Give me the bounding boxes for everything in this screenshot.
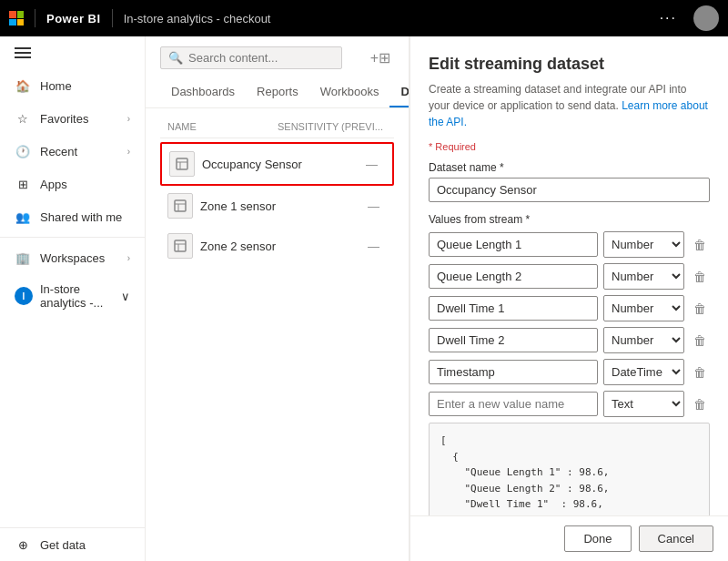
sidebar-item-recent[interactable]: 🕐 Recent › (0, 135, 145, 168)
sidebar-item-instore[interactable]: I In-store analytics -... ∨ (0, 274, 145, 318)
type-select-3[interactable]: NumberTextDateTime (603, 327, 684, 353)
sidebar-label-apps: Apps (40, 178, 67, 191)
sidebar-item-home[interactable]: 🏠 Home (0, 69, 145, 102)
sidebar-label-recent: Recent (40, 145, 77, 158)
value-input-2[interactable] (429, 296, 598, 321)
home-icon: 🏠 (15, 77, 31, 94)
search-icon: 🔍 (168, 51, 183, 65)
workspaces-icon: 🏢 (15, 250, 31, 266)
tabs-bar: Dashboards Reports Workbooks Datasets Da… (146, 70, 409, 108)
dataset-dash-1: — (368, 199, 379, 213)
column-headers: NAME SENSITIVITY (PREVI... (160, 116, 394, 138)
sidebar: 🏠 Home ☆ Favorites › 🕐 Recent › ⊞ Apps 👥… (0, 36, 146, 561)
delete-btn-new[interactable]: 🗑 (690, 395, 710, 413)
sidebar-toggle-button[interactable] (0, 36, 145, 69)
dataset-dash-2: — (368, 240, 379, 253)
ms-squares (9, 11, 24, 26)
dataset-dash-0: — (366, 158, 378, 171)
delete-btn-1[interactable]: 🗑 (690, 268, 710, 286)
sidebar-label-getdata: Get data (40, 538, 86, 552)
col-header-sensitivity: SENSITIVITY (PREVI... (278, 121, 387, 132)
dataset-icon-zone1 (167, 193, 193, 219)
value-input-4[interactable] (429, 360, 598, 384)
topbar-title: In-store analytics - checkout (124, 12, 271, 26)
delete-btn-4[interactable]: 🗑 (690, 363, 710, 382)
more-options-button[interactable]: ··· (660, 10, 677, 26)
sidebar-item-favorites[interactable]: ☆ Favorites › (0, 102, 145, 135)
required-note: * Required (429, 141, 710, 152)
sidebar-label-home: Home (40, 79, 72, 93)
panel-description: Create a streaming dataset and integrate… (429, 81, 710, 130)
dataset-row-zone2[interactable]: Zone 2 sensor — (160, 226, 394, 266)
brand-label: Power BI (46, 12, 101, 26)
tab-reports[interactable]: Reports (246, 77, 309, 107)
favorites-icon: ☆ (15, 110, 31, 127)
sidebar-item-workspaces[interactable]: 🏢 Workspaces › (0, 241, 145, 274)
main-layout: 🏠 Home ☆ Favorites › 🕐 Recent › ⊞ Apps 👥… (0, 36, 728, 561)
add-button[interactable]: +⊞ (367, 46, 394, 70)
sidebar-label-favorites: Favorites (40, 112, 88, 126)
search-bar[interactable]: 🔍 (160, 46, 342, 69)
topbar: Power BI In-store analytics - checkout ·… (0, 0, 728, 36)
workspace-avatar: I (15, 287, 33, 305)
type-select-new[interactable]: TextNumberDateTime (603, 391, 684, 417)
getdata-icon: ⊕ (15, 536, 31, 553)
sidebar-item-apps[interactable]: ⊞ Apps (0, 168, 145, 200)
dataset-icon-occupancy (169, 151, 195, 177)
tab-dashboards[interactable]: Dashboards (160, 77, 246, 107)
chevron-right-icon: › (127, 114, 130, 124)
tab-datasets[interactable]: Datasets (389, 77, 410, 107)
topbar-divider2 (112, 9, 113, 27)
sidebar-item-shared[interactable]: 👥 Shared with me (0, 200, 145, 233)
value-input-new[interactable] (429, 392, 598, 416)
workspace-label: In-store analytics -... (40, 282, 114, 310)
sidebar-label-shared: Shared with me (40, 210, 122, 224)
sidebar-item-getdata[interactable]: ⊕ Get data (0, 528, 145, 561)
delete-btn-3[interactable]: 🗑 (690, 332, 710, 350)
topbar-divider (35, 9, 35, 27)
values-label: Values from stream * (429, 213, 710, 226)
hamburger-icon (15, 47, 130, 58)
dataset-row-zone1[interactable]: Zone 1 sensor — (160, 186, 394, 226)
svg-rect-0 (177, 158, 187, 169)
content-area: 🔍 +⊞ Dashboards Reports Workbooks Datase… (146, 36, 410, 561)
value-input-1[interactable] (429, 264, 598, 289)
apps-icon: ⊞ (15, 176, 31, 192)
dataset-row-occupancy[interactable]: Occupancy Sensor — (160, 142, 394, 186)
value-input-3[interactable] (429, 328, 598, 352)
shared-icon: 👥 (15, 209, 31, 225)
search-input[interactable] (188, 51, 325, 65)
cancel-button[interactable]: Cancel (639, 525, 713, 552)
avatar[interactable] (693, 5, 719, 31)
col-header-name: NAME (167, 121, 278, 132)
type-select-2[interactable]: NumberTextDateTime (603, 295, 684, 321)
value-row-4: NumberTextDateTime 🗑 (429, 359, 710, 385)
type-select-1[interactable]: NumberTextDateTime (603, 263, 684, 290)
delete-btn-0[interactable]: 🗑 (690, 236, 710, 254)
ms-logo (9, 11, 24, 26)
tab-workbooks[interactable]: Workbooks (309, 77, 390, 107)
content-body: NAME SENSITIVITY (PREVI... Occupancy Sen… (146, 108, 409, 561)
value-input-0[interactable] (429, 232, 598, 257)
content-header: 🔍 +⊞ (146, 36, 409, 70)
dataset-icon-zone2 (167, 233, 193, 259)
type-select-0[interactable]: NumberTextDateTime (603, 231, 684, 258)
dataset-name-label: Dataset name * (429, 161, 710, 174)
value-row-3: NumberTextDateTime 🗑 (429, 327, 710, 353)
value-row-2: NumberTextDateTime 🗑 (429, 295, 710, 321)
chevron-down-icon: ∨ (121, 290, 130, 303)
done-button[interactable]: Done (564, 525, 631, 552)
edit-panel: Edit streaming dataset Create a streamin… (410, 36, 728, 561)
dataset-name-zone2: Zone 2 sensor (200, 240, 360, 253)
panel-title: Edit streaming dataset (429, 55, 710, 74)
svg-rect-3 (175, 200, 186, 211)
chevron-right-icon2: › (127, 147, 130, 157)
dataset-name-input[interactable] (429, 178, 710, 202)
dataset-name-zone1: Zone 1 sensor (200, 199, 360, 213)
dataset-name-occupancy: Occupancy Sensor (202, 158, 359, 171)
svg-rect-6 (175, 240, 186, 251)
sidebar-separator (0, 237, 145, 238)
recent-icon: 🕐 (15, 143, 31, 159)
type-select-4[interactable]: NumberTextDateTime (603, 359, 684, 385)
delete-btn-2[interactable]: 🗑 (690, 300, 710, 318)
